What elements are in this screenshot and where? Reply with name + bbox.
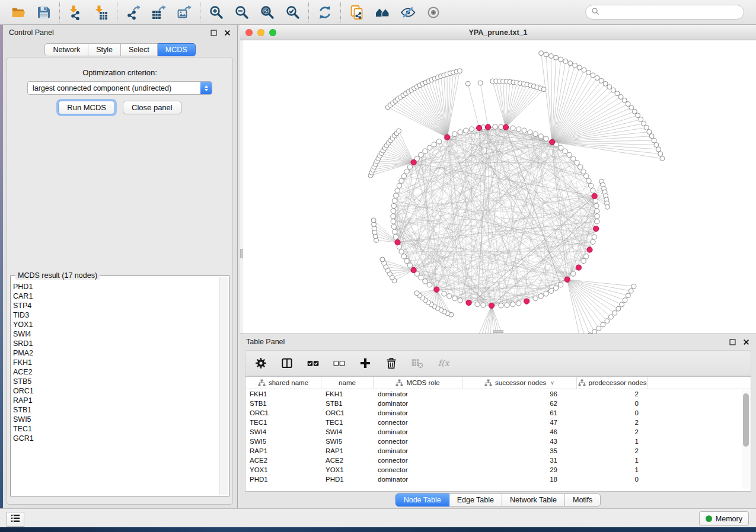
leaf-node[interactable] <box>586 70 591 75</box>
tab-style[interactable]: Style <box>88 43 121 56</box>
float-table-panel-icon[interactable] <box>728 338 736 346</box>
leaf-node[interactable] <box>577 65 582 70</box>
leaf-node[interactable] <box>599 78 604 83</box>
table-row-SWI5[interactable]: SWI5SWI5connector431 <box>245 437 751 446</box>
ring-node[interactable] <box>578 165 583 169</box>
ring-node[interactable] <box>558 145 563 150</box>
ring-node[interactable] <box>432 142 436 147</box>
ring-node[interactable] <box>391 214 395 219</box>
mcds-node-item[interactable]: ORC1 <box>13 386 218 396</box>
ring-node[interactable] <box>548 289 553 293</box>
export-network-icon[interactable] <box>125 4 141 20</box>
mcds-node-item[interactable]: STP4 <box>13 301 218 310</box>
ring-node[interactable] <box>393 235 398 239</box>
mcds-hub-node[interactable] <box>489 303 494 308</box>
mcds-hub-node[interactable] <box>550 139 555 145</box>
select-all-columns-icon[interactable] <box>306 356 320 370</box>
ring-node[interactable] <box>399 178 404 183</box>
open-file-icon[interactable] <box>10 4 26 20</box>
ring-node[interactable] <box>511 302 515 307</box>
close-panel-button[interactable]: Close panel <box>123 101 181 114</box>
mcds-hub-node[interactable] <box>445 134 450 140</box>
ring-node[interactable] <box>588 183 593 188</box>
ring-node[interactable] <box>544 136 548 141</box>
leaf-node[interactable] <box>626 293 630 298</box>
ring-node[interactable] <box>401 174 406 178</box>
ring-node[interactable] <box>427 145 432 150</box>
ring-node[interactable] <box>458 130 462 134</box>
mcds-node-item[interactable]: SWI4 <box>13 329 218 339</box>
ring-node[interactable] <box>427 283 432 287</box>
leaf-node[interactable] <box>605 204 610 209</box>
mcds-node-item[interactable]: FKH1 <box>13 358 218 367</box>
ring-node[interactable] <box>511 126 515 130</box>
hide-selected-icon[interactable] <box>400 4 416 20</box>
ring-node[interactable] <box>533 296 538 301</box>
table-row-YOX1[interactable]: YOX1YOX1connector291 <box>245 465 751 475</box>
ring-node[interactable] <box>544 291 548 296</box>
table-row-STB1[interactable]: STB1STB1dominator620 <box>245 399 751 408</box>
mcds-hub-node[interactable] <box>477 125 482 130</box>
ring-node[interactable] <box>538 294 543 299</box>
leaf-node[interactable] <box>573 63 578 68</box>
leaf-node[interactable] <box>652 138 656 143</box>
tab-motifs[interactable]: Motifs <box>565 493 601 507</box>
leaf-node[interactable] <box>601 322 605 327</box>
leaf-node[interactable] <box>629 289 633 293</box>
ring-node[interactable] <box>399 249 404 254</box>
leaf-node[interactable] <box>465 81 470 86</box>
tab-mcds[interactable]: MCDS <box>158 43 196 56</box>
ring-node[interactable] <box>391 209 395 213</box>
leaf-node[interactable] <box>647 130 652 134</box>
mcds-node-item[interactable]: PHD1 <box>13 282 218 291</box>
mcds-node-item[interactable]: CAR1 <box>13 291 218 301</box>
ring-node[interactable] <box>395 188 400 193</box>
mcds-node-item[interactable]: RAP1 <box>13 396 218 405</box>
leaf-node[interactable] <box>642 121 646 126</box>
leaf-node[interactable] <box>548 54 553 59</box>
column-header-predecessor-nodes[interactable]: predecessor nodes <box>577 377 648 389</box>
mcds-hub-node[interactable] <box>411 160 416 165</box>
save-session-icon[interactable] <box>36 4 52 20</box>
show-all-icon[interactable] <box>425 4 441 20</box>
ring-node[interactable] <box>392 229 397 234</box>
mcds-node-item[interactable]: STB5 <box>13 377 218 386</box>
leaf-node[interactable] <box>568 61 573 66</box>
first-neighbors-icon[interactable] <box>374 4 390 20</box>
mcds-node-item[interactable]: ACE2 <box>13 367 218 377</box>
mcds-node-item[interactable]: YOX1 <box>13 320 218 329</box>
command-panel-button[interactable] <box>7 512 24 527</box>
leaf-node[interactable] <box>397 129 401 133</box>
mcds-hub-node[interactable] <box>434 287 439 292</box>
search-input[interactable] <box>602 8 738 17</box>
leaf-node[interactable] <box>616 306 621 311</box>
close-table-panel-icon[interactable] <box>742 338 750 346</box>
mcds-hub-node[interactable] <box>587 247 592 252</box>
leaf-node[interactable] <box>631 284 636 289</box>
ring-node[interactable] <box>392 198 397 203</box>
export-table-icon[interactable] <box>151 4 167 20</box>
leaf-node[interactable] <box>660 156 665 161</box>
network-graph[interactable] <box>240 40 756 334</box>
ring-node[interactable] <box>469 127 474 132</box>
float-panel-icon[interactable] <box>209 28 218 37</box>
ring-node[interactable] <box>493 124 497 129</box>
leaf-node[interactable] <box>623 298 627 303</box>
ring-node[interactable] <box>475 302 480 307</box>
add-column-icon[interactable] <box>358 356 372 370</box>
ring-node[interactable] <box>595 219 599 224</box>
ring-node[interactable] <box>522 128 527 133</box>
leaf-node[interactable] <box>639 117 643 122</box>
table-row-ACE2[interactable]: ACE2ACE2connector311 <box>245 456 751 465</box>
column-header-name[interactable]: name <box>321 377 374 389</box>
ring-node[interactable] <box>581 169 586 174</box>
leaf-node[interactable] <box>618 95 623 100</box>
ring-node[interactable] <box>423 149 428 153</box>
ring-node[interactable] <box>397 183 401 188</box>
leaf-node[interactable] <box>654 143 659 148</box>
table-scrollbar-thumb[interactable] <box>743 393 749 447</box>
mcds-list-scrollbar[interactable] <box>219 277 228 495</box>
mcds-hub-node[interactable] <box>576 265 581 270</box>
mcds-node-item[interactable]: TEC1 <box>13 424 218 434</box>
tab-select[interactable]: Select <box>121 43 158 56</box>
